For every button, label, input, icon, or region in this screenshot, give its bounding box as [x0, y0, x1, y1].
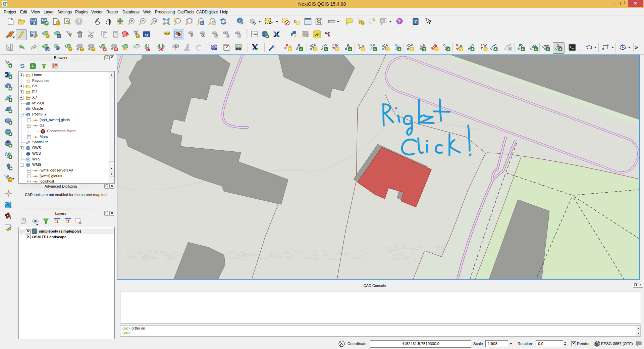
svg-text:*: *	[57, 21, 59, 26]
svg-text:S: S	[362, 47, 364, 51]
svg-text:*: *	[137, 34, 139, 38]
svg-text:ab: ab	[189, 32, 192, 34]
svg-text:abc: abc	[224, 32, 228, 34]
svg-text:*: *	[47, 34, 49, 38]
svg-text:ε: ε	[294, 18, 296, 24]
svg-text:S: S	[435, 47, 438, 51]
svg-text:S: S	[336, 47, 338, 51]
svg-text:abc: abc	[235, 32, 239, 34]
svg-text:xy: xy	[144, 32, 149, 37]
svg-text:abc: abc	[212, 32, 216, 34]
svg-text:*: *	[70, 47, 71, 51]
svg-text:S: S	[386, 47, 389, 51]
svg-text:abc: abc	[200, 32, 204, 34]
svg-text:M: M	[509, 48, 512, 51]
svg-text:S: S	[411, 47, 413, 51]
svg-text:S: S	[460, 47, 462, 51]
svg-text:x,y: x,y	[325, 31, 330, 35]
svg-text:*: *	[81, 47, 83, 51]
svg-text:S: S	[314, 47, 317, 51]
svg-text:CSW: CSW	[252, 33, 258, 36]
svg-text:S: S	[289, 47, 291, 51]
svg-text:?: ?	[398, 19, 401, 23]
svg-text:*: *	[93, 47, 94, 51]
svg-text:1:1: 1:1	[153, 19, 156, 22]
svg-text:?: ?	[414, 19, 417, 24]
svg-text:*: *	[362, 21, 364, 25]
svg-text:T: T	[382, 19, 384, 22]
svg-text:CSV: CSV	[211, 44, 217, 47]
svg-text:*: *	[9, 178, 11, 182]
svg-text:S: S	[484, 47, 487, 51]
svg-text:abc: abc	[165, 32, 170, 35]
svg-text:?: ?	[428, 19, 431, 25]
svg-text:?: ?	[423, 48, 425, 51]
